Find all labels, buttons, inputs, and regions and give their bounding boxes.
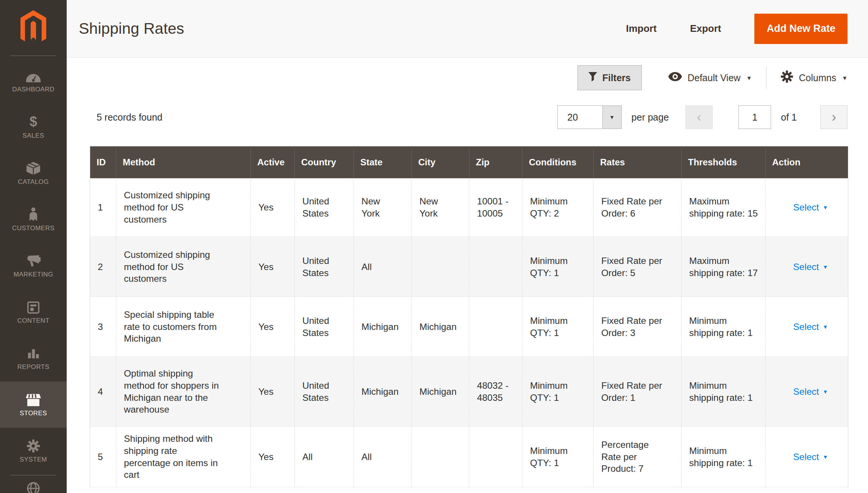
cell-thresholds: Maximum shipping rate: 15: [682, 178, 766, 237]
add-new-rate-button[interactable]: Add New Rate: [754, 14, 848, 44]
cell-rates: Fixed Rate per Order: 1: [594, 357, 682, 427]
cell-active: Yes: [251, 178, 295, 237]
cell-active: Yes: [251, 297, 295, 357]
sidebar-item-customers[interactable]: CUSTOMERS: [0, 196, 67, 243]
cell-method: Shipping method with shipping rate perce…: [116, 427, 251, 487]
sidebar-item-sales[interactable]: $ SALES: [0, 104, 67, 150]
cell-active: Yes: [251, 237, 295, 297]
column-header-id[interactable]: ID: [90, 146, 116, 178]
cell-state: All: [354, 237, 412, 297]
table-row: 4 Optimal shipping method for shoppers i…: [90, 357, 848, 427]
cell-country: United States: [295, 237, 354, 297]
catalog-icon: [27, 161, 40, 175]
cell-country: United States: [295, 178, 354, 237]
chevron-down-icon: ▼: [823, 454, 828, 460]
column-header-city[interactable]: City: [412, 146, 469, 178]
next-page-button[interactable]: ›: [820, 105, 848, 129]
sidebar-item-stores[interactable]: STORES: [0, 382, 67, 428]
cell-action: Select ▼: [766, 297, 848, 357]
sidebar-divider: [10, 475, 56, 476]
cell-thresholds: Minimum shipping rate: 1: [682, 427, 766, 487]
column-header-action[interactable]: Action: [766, 146, 848, 178]
magento-logo-icon[interactable]: [20, 10, 47, 46]
cell-id: 5: [90, 427, 116, 487]
sidebar-item-label: CATALOG: [18, 178, 49, 186]
page-title: Shipping Rates: [79, 20, 184, 38]
cell-thresholds: Minimum shipping rate: 1: [682, 357, 766, 427]
cell-state: Michigan: [354, 357, 412, 427]
grid-toolbar: Filters Default View ▼: [90, 65, 848, 90]
sidebar-item-label: SALES: [23, 132, 44, 140]
chevron-down-icon: ▼: [609, 115, 615, 120]
cell-id: 1: [90, 178, 116, 237]
select-action-dropdown[interactable]: Select ▼: [793, 386, 828, 398]
previous-page-button[interactable]: ‹: [685, 105, 713, 129]
column-header-thresholds[interactable]: Thresholds: [682, 146, 766, 178]
column-header-active[interactable]: Active: [251, 146, 295, 178]
reports-icon: [27, 346, 39, 360]
cell-state: Michigan: [354, 297, 412, 357]
cell-country: All: [295, 427, 354, 487]
cell-method: Special shipping table rate to customers…: [116, 297, 251, 357]
columns-control[interactable]: Columns ▼: [781, 71, 848, 85]
cell-method: Optimal shipping method for shoppers in …: [116, 357, 251, 427]
admin-sidebar: DASHBOARD $ SALES CATALOG C: [0, 0, 67, 493]
cell-id: 4: [90, 357, 116, 427]
cell-conditions: Minimum QTY: 1: [522, 357, 594, 427]
sidebar-nav: DASHBOARD $ SALES CATALOG C: [0, 58, 67, 474]
sidebar-item-content[interactable]: CONTENT: [0, 289, 67, 335]
cell-action: Select ▼: [766, 178, 848, 237]
per-page-dropdown: ▼: [602, 106, 621, 129]
cell-method: Customized shipping method for US custom…: [116, 237, 251, 297]
sidebar-item-reports[interactable]: REPORTS: [0, 335, 67, 382]
cell-active: Yes: [251, 427, 295, 487]
chevron-right-icon: ›: [832, 109, 836, 125]
column-header-method[interactable]: Method: [116, 146, 251, 178]
customers-icon: [28, 207, 38, 221]
select-action-dropdown[interactable]: Select ▼: [793, 451, 828, 463]
select-action-dropdown[interactable]: Select ▼: [793, 321, 828, 333]
find-partners-icon[interactable]: [27, 482, 40, 493]
sidebar-item-label: SYSTEM: [20, 456, 47, 463]
cell-conditions: Minimum QTY: 1: [522, 297, 594, 357]
cell-zip: [469, 297, 522, 357]
cell-state: All: [354, 427, 412, 487]
column-header-country[interactable]: Country: [295, 146, 354, 178]
cell-rates: Percentage Rate per Product: 7: [594, 427, 682, 487]
sidebar-item-system[interactable]: SYSTEM: [0, 428, 67, 474]
cell-zip: 48032 - 48035: [469, 357, 522, 427]
cell-country: United States: [295, 297, 354, 357]
cell-thresholds: Maximum shipping rate: 17: [682, 237, 766, 297]
eye-icon: [668, 72, 682, 83]
cell-zip: [469, 237, 522, 297]
sidebar-item-label: STORES: [20, 410, 47, 417]
sidebar-item-marketing[interactable]: MARKETING: [0, 243, 67, 289]
cell-rates: Fixed Rate per Order: 5: [594, 237, 682, 297]
select-action-label: Select: [793, 261, 819, 273]
column-header-conditions[interactable]: Conditions: [522, 146, 594, 178]
filters-button-label: Filters: [602, 72, 631, 83]
column-header-zip[interactable]: Zip: [469, 146, 522, 178]
cell-rates: Fixed Rate per Order: 6: [594, 178, 682, 237]
sidebar-item-dashboard[interactable]: DASHBOARD: [0, 58, 67, 104]
sidebar-item-catalog[interactable]: CATALOG: [0, 150, 67, 196]
import-button[interactable]: Import: [626, 23, 657, 35]
chevron-down-icon: ▼: [823, 324, 828, 330]
page-content: Filters Default View ▼: [67, 65, 868, 487]
select-action-dropdown[interactable]: Select ▼: [793, 261, 828, 273]
cell-action: Select ▼: [766, 357, 848, 427]
select-action-dropdown[interactable]: Select ▼: [793, 201, 828, 214]
column-header-state[interactable]: State: [354, 146, 412, 178]
cell-thresholds: Minimum shipping rate: 1: [682, 297, 766, 357]
current-page-input[interactable]: [738, 105, 771, 129]
cell-conditions: Minimum QTY: 1: [522, 237, 594, 297]
chevron-down-icon: ▼: [823, 264, 828, 270]
filter-funnel-icon: [588, 72, 597, 84]
cell-city: [412, 237, 469, 297]
column-header-rates[interactable]: Rates: [594, 146, 682, 178]
view-switcher[interactable]: Default View ▼: [668, 72, 752, 83]
export-button[interactable]: Export: [690, 23, 721, 35]
cell-rates: Fixed Rate per Order: 3: [594, 297, 682, 357]
per-page-select[interactable]: 20 ▼: [557, 105, 622, 129]
filters-button[interactable]: Filters: [577, 65, 642, 90]
